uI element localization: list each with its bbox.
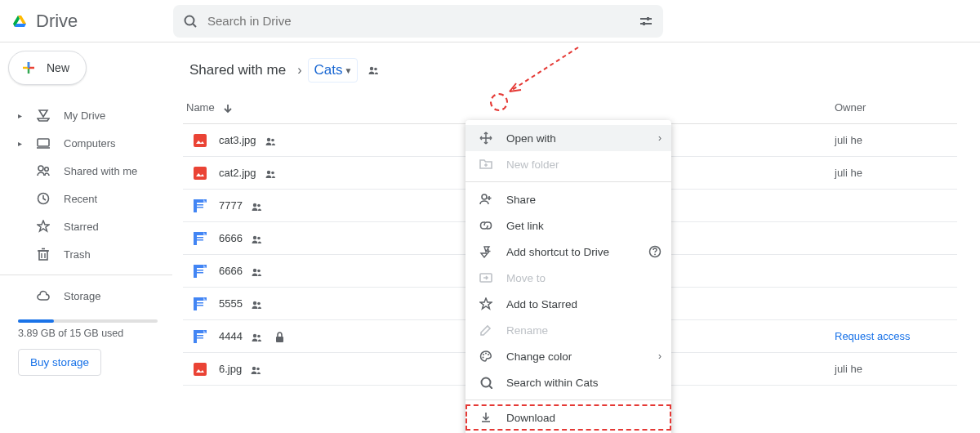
- file-name: 7777: [219, 199, 243, 212]
- sidebar-item-computers[interactable]: ▸ Computers: [0, 129, 172, 157]
- dropdown-caret-icon: ▼: [344, 66, 352, 75]
- search-icon: [479, 376, 493, 389]
- sidebar-item-label: My Drive: [64, 109, 105, 122]
- move-to-icon: [479, 271, 493, 284]
- new-button-label: New: [47, 61, 69, 74]
- ctx-share[interactable]: Share: [466, 186, 671, 212]
- ctx-label: Add to Starred: [506, 298, 577, 310]
- ctx-change-color[interactable]: Change color ›: [466, 343, 671, 369]
- star-icon: [479, 297, 493, 310]
- ctx-open-with[interactable]: Open with ›: [466, 125, 671, 151]
- download-icon: [479, 411, 493, 424]
- shared-badge-icon: [251, 234, 262, 243]
- sidebar-item-label: Trash: [64, 248, 91, 261]
- ctx-download[interactable]: Download: [467, 406, 670, 429]
- gdoc-file-icon: [193, 329, 207, 344]
- column-owner-header[interactable]: Owner: [835, 101, 957, 114]
- open-with-icon: [479, 132, 493, 145]
- file-name: 6.jpg: [219, 363, 242, 375]
- ctx-label: Search within Cats: [506, 377, 599, 389]
- file-owner: juli he: [835, 363, 957, 375]
- context-menu: Open with › New folder Share Get link Ad…: [466, 120, 671, 433]
- breadcrumb-current-label: Cats: [314, 62, 342, 78]
- ctx-label: Change color: [506, 350, 572, 363]
- buy-storage-button[interactable]: Buy storage: [18, 349, 101, 376]
- shortcut-icon: [479, 245, 493, 258]
- file-name: 5555: [219, 297, 243, 310]
- ctx-label: Get link: [506, 220, 544, 232]
- help-icon[interactable]: [648, 245, 662, 258]
- rename-icon: [479, 324, 493, 337]
- cloud-icon: [36, 289, 51, 302]
- recent-icon: [36, 192, 51, 205]
- new-folder-icon: [479, 158, 493, 171]
- ctx-add-starred[interactable]: Add to Starred: [466, 291, 671, 317]
- ctx-label: Download: [506, 412, 555, 424]
- file-owner[interactable]: Request access: [835, 330, 957, 342]
- main-panel: Shared with me › Cats ▼ Name Owner cat3.…: [173, 42, 980, 433]
- sidebar-item-storage[interactable]: Storage: [0, 282, 172, 310]
- shared-badge-icon: [251, 299, 262, 309]
- ctx-label: Move to: [506, 272, 546, 284]
- lock-icon: [274, 331, 285, 342]
- ctx-search-within[interactable]: Search within Cats: [466, 369, 671, 395]
- sidebar-item-label: Shared with me: [64, 165, 137, 177]
- sidebar-item-recent[interactable]: Recent: [0, 185, 172, 212]
- breadcrumb-current[interactable]: Cats ▼: [308, 58, 358, 83]
- ctx-get-link[interactable]: Get link: [466, 212, 671, 239]
- sidebar-item-label: Starred: [64, 221, 99, 233]
- chevron-right-icon: ›: [658, 350, 662, 362]
- search-options-icon[interactable]: [639, 15, 653, 28]
- caret-icon: ▸: [18, 111, 23, 120]
- image-file-icon: [193, 166, 207, 181]
- file-name: cat2.jpg: [219, 167, 256, 179]
- new-button[interactable]: New: [8, 51, 87, 85]
- search-icon: [183, 14, 198, 29]
- sidebar-item-trash[interactable]: Trash: [0, 240, 172, 268]
- file-name: cat3.jpg: [219, 134, 256, 146]
- sidebar-item-label: Computers: [64, 137, 116, 150]
- storage-bar-fill: [18, 319, 54, 323]
- ctx-move-to: Move to: [466, 265, 671, 291]
- chevron-right-icon: ›: [658, 132, 662, 144]
- ctx-rename: Rename: [466, 317, 671, 343]
- sort-arrow-icon[interactable]: [221, 102, 233, 114]
- ctx-label: Share: [506, 194, 536, 206]
- link-icon: [479, 219, 493, 232]
- ctx-label: Add shortcut to Drive: [506, 246, 609, 258]
- shared-with-me-icon: [36, 164, 51, 177]
- file-owner: juli he: [835, 167, 957, 179]
- sidebar-divider: [0, 275, 172, 275]
- my-drive-icon: [36, 109, 51, 122]
- file-owner: juli he: [835, 134, 957, 146]
- gdoc-file-icon: [193, 231, 207, 246]
- drive-logo-icon: [13, 14, 29, 29]
- search-box[interactable]: [173, 5, 663, 38]
- sidebar-item-my-drive[interactable]: ▸ My Drive: [0, 101, 172, 129]
- shared-badge-icon: [251, 332, 262, 341]
- star-icon: [36, 220, 51, 233]
- sidebar-item-shared[interactable]: Shared with me: [0, 157, 172, 185]
- shared-folder-icon: [368, 65, 381, 76]
- sidebar: New ▸ My Drive ▸ Computers Shared with m…: [0, 42, 173, 433]
- breadcrumb-root[interactable]: Shared with me: [185, 59, 291, 82]
- ctx-label: Rename: [506, 324, 548, 337]
- file-name: 6666: [219, 265, 243, 277]
- column-name-header[interactable]: Name: [186, 101, 215, 114]
- ctx-label: New folder: [506, 158, 559, 171]
- gdoc-file-icon: [193, 297, 207, 311]
- caret-icon: ▸: [18, 139, 23, 148]
- ctx-separator: [466, 400, 671, 400]
- ctx-add-shortcut[interactable]: Add shortcut to Drive: [466, 239, 671, 265]
- sidebar-item-starred[interactable]: Starred: [0, 212, 172, 240]
- search-input[interactable]: [207, 14, 629, 28]
- shared-badge-icon: [265, 136, 276, 145]
- shared-badge-icon: [265, 168, 276, 178]
- annotation-highlight-download: Download: [466, 404, 671, 431]
- ctx-separator: [466, 181, 671, 182]
- sidebar-item-label: Recent: [64, 193, 97, 205]
- gdoc-file-icon: [193, 264, 207, 279]
- breadcrumb-separator-icon: ›: [297, 63, 301, 78]
- sidebar-item-label: Storage: [64, 290, 101, 302]
- computers-icon: [36, 136, 51, 150]
